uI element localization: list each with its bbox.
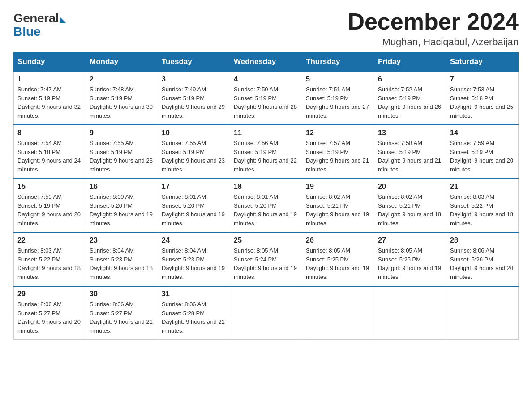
day-info: Sunrise: 8:03 AMSunset: 5:22 PMDaylight:… — [450, 193, 515, 227]
title-block: December 2024 Mughan, Haciqabul, Azerbai… — [348, 9, 519, 48]
logo-general-text: General — [13, 11, 59, 26]
calendar-day-cell: 27Sunrise: 8:05 AMSunset: 5:25 PMDayligh… — [374, 232, 446, 286]
location-title: Mughan, Haciqabul, Azerbaijan — [348, 36, 519, 48]
calendar-day-cell: 18Sunrise: 8:01 AMSunset: 5:20 PMDayligh… — [230, 179, 302, 232]
calendar-day-cell: 24Sunrise: 8:04 AMSunset: 5:23 PMDayligh… — [158, 232, 230, 286]
day-number: 10 — [162, 129, 226, 137]
calendar-day-cell: 22Sunrise: 8:03 AMSunset: 5:22 PMDayligh… — [14, 232, 86, 286]
calendar-day-cell: 13Sunrise: 7:58 AMSunset: 5:19 PMDayligh… — [374, 125, 446, 179]
day-info: Sunrise: 8:05 AMSunset: 5:25 PMDaylight:… — [378, 246, 442, 281]
calendar-day-cell: 6Sunrise: 7:52 AMSunset: 5:19 PMDaylight… — [374, 71, 446, 125]
header-friday: Friday — [374, 53, 446, 72]
day-info: Sunrise: 7:49 AMSunset: 5:19 PMDaylight:… — [162, 85, 226, 120]
calendar-day-cell: 16Sunrise: 8:00 AMSunset: 5:20 PMDayligh… — [86, 179, 158, 232]
day-number: 21 — [450, 183, 515, 191]
day-info: Sunrise: 8:04 AMSunset: 5:23 PMDaylight:… — [90, 246, 154, 281]
logo-arrow-icon — [60, 17, 66, 23]
day-number: 6 — [378, 75, 442, 83]
day-number: 20 — [378, 183, 442, 191]
day-number: 27 — [378, 236, 442, 244]
day-info: Sunrise: 8:06 AMSunset: 5:26 PMDaylight:… — [450, 246, 515, 281]
day-info: Sunrise: 7:59 AMSunset: 5:19 PMDaylight:… — [450, 139, 515, 174]
day-info: Sunrise: 7:55 AMSunset: 5:19 PMDaylight:… — [90, 139, 154, 174]
day-info: Sunrise: 8:01 AMSunset: 5:20 PMDaylight:… — [234, 193, 298, 227]
day-info: Sunrise: 7:47 AMSunset: 5:19 PMDaylight:… — [17, 85, 82, 120]
header-sunday: Sunday — [14, 53, 86, 72]
header-monday: Monday — [86, 53, 158, 72]
day-number: 8 — [17, 129, 82, 137]
day-number: 14 — [450, 129, 515, 137]
day-info: Sunrise: 8:06 AMSunset: 5:27 PMDaylight:… — [90, 300, 154, 335]
day-number: 29 — [17, 290, 82, 298]
day-number: 22 — [17, 236, 82, 244]
day-info: Sunrise: 8:05 AMSunset: 5:24 PMDaylight:… — [234, 246, 298, 281]
calendar-day-cell: 29Sunrise: 8:06 AMSunset: 5:27 PMDayligh… — [14, 286, 86, 340]
calendar-day-cell: 26Sunrise: 8:05 AMSunset: 5:25 PMDayligh… — [302, 232, 374, 286]
calendar-week-row: 1Sunrise: 7:47 AMSunset: 5:19 PMDaylight… — [14, 71, 519, 125]
calendar-day-cell: 12Sunrise: 7:57 AMSunset: 5:19 PMDayligh… — [302, 125, 374, 179]
day-info: Sunrise: 7:48 AMSunset: 5:19 PMDaylight:… — [90, 85, 154, 120]
header-tuesday: Tuesday — [158, 53, 230, 72]
calendar-day-cell: 11Sunrise: 7:56 AMSunset: 5:19 PMDayligh… — [230, 125, 302, 179]
day-number: 25 — [234, 236, 298, 244]
calendar-day-cell: 1Sunrise: 7:47 AMSunset: 5:19 PMDaylight… — [14, 71, 86, 125]
calendar-header-row: SundayMondayTuesdayWednesdayThursdayFrid… — [14, 53, 519, 72]
calendar-day-cell: 21Sunrise: 8:03 AMSunset: 5:22 PMDayligh… — [446, 179, 519, 232]
page-header: General Blue December 2024 Mughan, Haciq… — [13, 9, 519, 48]
logo: General Blue — [13, 9, 66, 39]
calendar-day-cell: 17Sunrise: 8:01 AMSunset: 5:20 PMDayligh… — [158, 179, 230, 232]
day-number: 2 — [90, 75, 154, 83]
day-number: 15 — [17, 183, 82, 191]
calendar-day-cell: 15Sunrise: 7:59 AMSunset: 5:19 PMDayligh… — [14, 179, 86, 232]
calendar-day-cell: 5Sunrise: 7:51 AMSunset: 5:19 PMDaylight… — [302, 71, 374, 125]
day-number: 23 — [90, 236, 154, 244]
day-number: 4 — [234, 75, 298, 83]
day-number: 7 — [450, 75, 515, 83]
day-info: Sunrise: 8:04 AMSunset: 5:23 PMDaylight:… — [162, 246, 226, 281]
day-number: 30 — [90, 290, 154, 298]
day-info: Sunrise: 8:05 AMSunset: 5:25 PMDaylight:… — [306, 246, 370, 281]
day-number: 13 — [378, 129, 442, 137]
calendar-day-cell: 7Sunrise: 7:53 AMSunset: 5:18 PMDaylight… — [446, 71, 519, 125]
calendar-week-row: 8Sunrise: 7:54 AMSunset: 5:18 PMDaylight… — [14, 125, 519, 179]
day-number: 9 — [90, 129, 154, 137]
calendar-empty-cell — [374, 286, 446, 340]
calendar-day-cell: 8Sunrise: 7:54 AMSunset: 5:18 PMDaylight… — [14, 125, 86, 179]
day-info: Sunrise: 7:53 AMSunset: 5:18 PMDaylight:… — [450, 85, 515, 120]
day-info: Sunrise: 8:01 AMSunset: 5:20 PMDaylight:… — [162, 193, 226, 227]
day-info: Sunrise: 8:06 AMSunset: 5:28 PMDaylight:… — [162, 300, 226, 335]
calendar-day-cell: 30Sunrise: 8:06 AMSunset: 5:27 PMDayligh… — [86, 286, 158, 340]
day-info: Sunrise: 7:52 AMSunset: 5:19 PMDaylight:… — [378, 85, 442, 120]
day-number: 31 — [162, 290, 226, 298]
calendar-empty-cell — [302, 286, 374, 340]
day-info: Sunrise: 8:00 AMSunset: 5:20 PMDaylight:… — [90, 193, 154, 227]
day-info: Sunrise: 8:06 AMSunset: 5:27 PMDaylight:… — [17, 300, 82, 335]
day-number: 18 — [234, 183, 298, 191]
day-number: 3 — [162, 75, 226, 83]
logo-blue-text: Blue — [13, 25, 41, 39]
day-number: 1 — [17, 75, 82, 83]
day-number: 12 — [306, 129, 370, 137]
calendar-empty-cell — [446, 286, 519, 340]
calendar-day-cell: 23Sunrise: 8:04 AMSunset: 5:23 PMDayligh… — [86, 232, 158, 286]
day-info: Sunrise: 7:55 AMSunset: 5:19 PMDaylight:… — [162, 139, 226, 174]
calendar-table: SundayMondayTuesdayWednesdayThursdayFrid… — [13, 52, 519, 340]
calendar-week-row: 15Sunrise: 7:59 AMSunset: 5:19 PMDayligh… — [14, 179, 519, 232]
day-number: 24 — [162, 236, 226, 244]
day-number: 17 — [162, 183, 226, 191]
day-number: 28 — [450, 236, 515, 244]
calendar-day-cell: 28Sunrise: 8:06 AMSunset: 5:26 PMDayligh… — [446, 232, 519, 286]
calendar-day-cell: 14Sunrise: 7:59 AMSunset: 5:19 PMDayligh… — [446, 125, 519, 179]
calendar-day-cell: 31Sunrise: 8:06 AMSunset: 5:28 PMDayligh… — [158, 286, 230, 340]
day-number: 5 — [306, 75, 370, 83]
calendar-week-row: 22Sunrise: 8:03 AMSunset: 5:22 PMDayligh… — [14, 232, 519, 286]
day-info: Sunrise: 8:02 AMSunset: 5:21 PMDaylight:… — [306, 193, 370, 227]
calendar-day-cell: 25Sunrise: 8:05 AMSunset: 5:24 PMDayligh… — [230, 232, 302, 286]
calendar-day-cell: 4Sunrise: 7:50 AMSunset: 5:19 PMDaylight… — [230, 71, 302, 125]
header-thursday: Thursday — [302, 53, 374, 72]
day-info: Sunrise: 7:59 AMSunset: 5:19 PMDaylight:… — [17, 193, 82, 227]
day-info: Sunrise: 7:57 AMSunset: 5:19 PMDaylight:… — [306, 139, 370, 174]
calendar-empty-cell — [230, 286, 302, 340]
day-info: Sunrise: 7:51 AMSunset: 5:19 PMDaylight:… — [306, 85, 370, 120]
calendar-day-cell: 2Sunrise: 7:48 AMSunset: 5:19 PMDaylight… — [86, 71, 158, 125]
